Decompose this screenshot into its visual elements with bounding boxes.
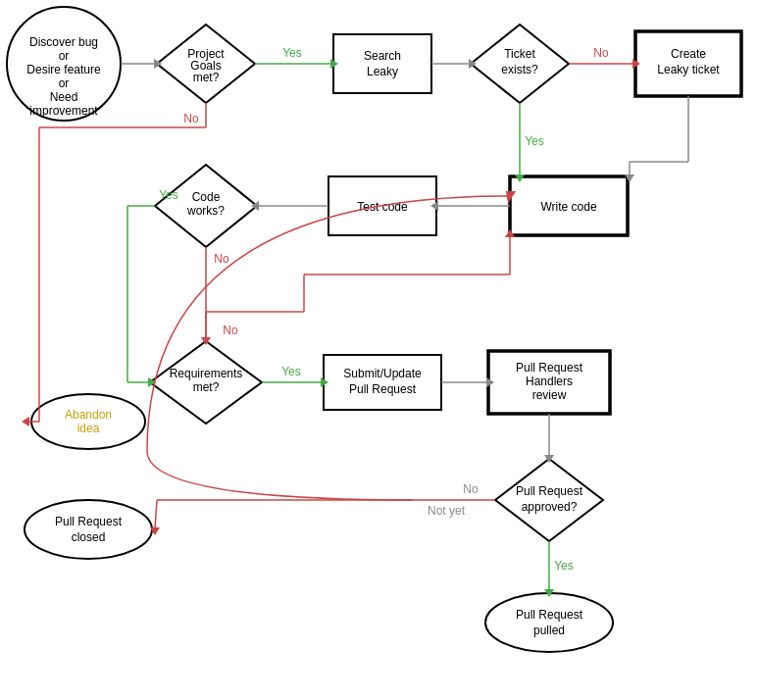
req-no-label: No xyxy=(223,324,238,337)
pr-pulled-label-1: Pull Request xyxy=(516,608,583,622)
approved-no-label: No xyxy=(463,482,479,496)
edge-approved-no-to-closed xyxy=(155,500,157,529)
start-label-1: Discover bug xyxy=(29,35,98,49)
start-label-5: Need xyxy=(50,90,78,104)
approved-notyet-label: Not yet xyxy=(428,504,466,518)
requirements-met-label-1: Requirements xyxy=(170,367,243,380)
codeworks-yes-label: Yes xyxy=(159,188,178,202)
search-leaky-node xyxy=(333,34,431,93)
pr-closed-label-1: Pull Request xyxy=(55,515,123,528)
pr-handlers-label-3: review xyxy=(532,388,567,402)
create-leaky-ticket-label-2: Leaky ticket xyxy=(657,63,720,76)
flowchart: Discover bug or Desire feature or Need i… xyxy=(0,0,758,700)
pr-pulled-label-2: pulled xyxy=(533,624,565,637)
pr-handlers-label-2: Handlers xyxy=(526,375,573,388)
pr-closed-label-2: closed xyxy=(72,530,106,544)
codeworks-no-label: No xyxy=(214,252,229,266)
code-works-label-2: works? xyxy=(186,204,225,218)
search-leaky-label-1: Search xyxy=(364,49,401,63)
pr-pulled-node xyxy=(485,593,613,652)
ticket-exists-label-2: exists? xyxy=(501,63,538,76)
submit-pr-label-2: Pull Request xyxy=(349,382,417,396)
ticket-no-label: No xyxy=(593,46,609,60)
pr-approved-label-1: Pull Request xyxy=(516,484,583,498)
ticket-yes-label: Yes xyxy=(525,134,544,148)
arrow-goals-no-to-abandon xyxy=(22,417,29,426)
abandon-idea-label-2: idea xyxy=(77,422,100,435)
abandon-idea-label-1: Abandon xyxy=(65,408,112,422)
search-leaky-label-2: Leaky xyxy=(367,65,398,78)
goals-yes-label: Yes xyxy=(282,46,302,60)
pr-approved-label-2: approved? xyxy=(522,500,578,514)
start-label-3: Desire feature xyxy=(26,63,101,76)
ticket-exists-label-1: Ticket xyxy=(504,47,535,61)
code-works-label-1: Code xyxy=(192,190,221,204)
submit-pr-label-1: Submit/Update xyxy=(343,367,422,380)
req-yes-label: Yes xyxy=(281,365,301,378)
start-label-6: improvement xyxy=(29,104,98,118)
pr-handlers-label-1: Pull Request xyxy=(516,361,583,375)
start-label-2: or xyxy=(59,49,70,63)
create-leaky-ticket-label-1: Create xyxy=(671,47,706,61)
start-label-4: or xyxy=(59,76,70,90)
requirements-met-label-2: met? xyxy=(193,380,220,394)
approved-yes-label: Yes xyxy=(554,559,574,573)
pr-closed-node xyxy=(25,500,152,559)
project-goals-label-3: met? xyxy=(193,71,220,84)
write-code-label: Write code xyxy=(540,200,596,214)
goals-no-label: No xyxy=(183,112,199,125)
